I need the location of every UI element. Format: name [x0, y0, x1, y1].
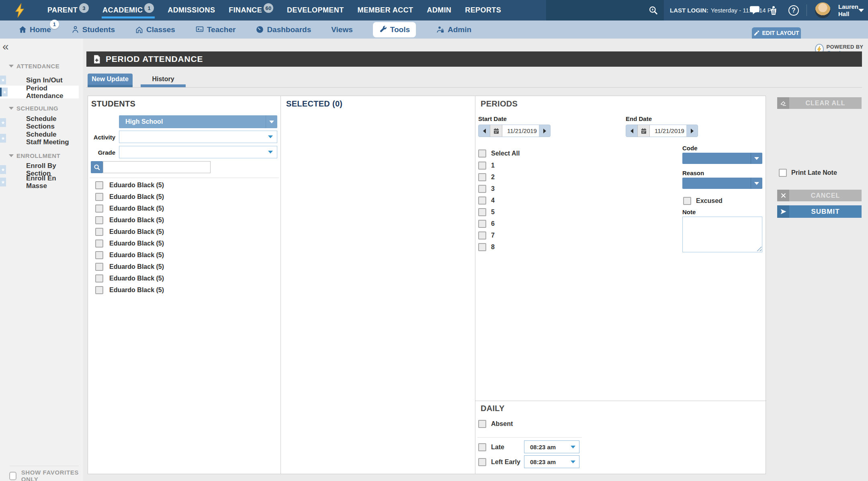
edit-layout-button[interactable]: EDIT LAYOUT	[752, 27, 801, 39]
student-checkbox[interactable]	[95, 228, 103, 236]
period-checkbox[interactable]	[478, 243, 486, 251]
nav-item-reports[interactable]: REPORTS	[465, 0, 501, 20]
left-early-time-select[interactable]: 08:23 am	[524, 455, 579, 468]
next-day-button[interactable]	[539, 125, 550, 137]
user-name[interactable]: Lauren Hall	[838, 3, 858, 18]
code-select[interactable]	[682, 153, 762, 164]
nav-item-admin[interactable]: ADMIN	[427, 0, 451, 20]
sidebar-item-schedule-staff-meeting[interactable]: ★ Schedule Staff Meeting	[0, 129, 79, 147]
subnav-item-tools[interactable]: Tools	[373, 22, 416, 37]
tab-history[interactable]: History	[141, 74, 186, 87]
student-checkbox[interactable]	[95, 274, 103, 282]
period-checkbox[interactable]	[478, 162, 486, 170]
school-select-value: High School	[119, 118, 266, 125]
clear-all-button[interactable]: CLEAR ALL	[777, 97, 862, 109]
sidebar-item-enroll-by-section[interactable]: ★ Enroll By Section	[0, 164, 79, 176]
daily-panel-title: DAILY	[481, 404, 505, 413]
sidebar-section-scheduling[interactable]: SCHEDULING	[9, 105, 58, 112]
show-favorites-checkbox[interactable]	[9, 472, 16, 480]
absent-checkbox[interactable]	[478, 420, 486, 428]
print-late-note-checkbox[interactable]	[779, 169, 787, 177]
user-menu-caret-icon[interactable]	[858, 9, 864, 12]
student-checkbox[interactable]	[95, 181, 103, 189]
reason-select[interactable]	[682, 178, 762, 189]
note-textarea[interactable]	[682, 217, 762, 252]
calendar-button[interactable]	[490, 125, 502, 137]
absent-label: Absent	[491, 420, 513, 428]
late-checkbox[interactable]	[478, 443, 486, 451]
late-row: Late	[478, 443, 504, 451]
start-date-input[interactable]	[502, 125, 539, 137]
search-icon[interactable]	[648, 5, 659, 16]
period-checkbox[interactable]	[478, 208, 486, 216]
periods-panel-title: PERIODS	[481, 99, 518, 108]
period-checkbox[interactable]	[478, 196, 486, 205]
left-early-checkbox[interactable]	[478, 458, 486, 466]
next-day-button[interactable]	[686, 125, 698, 137]
subnav-item-home[interactable]: Home 1	[18, 25, 51, 34]
submit-button[interactable]: SUBMIT	[777, 205, 862, 218]
student-checkbox[interactable]	[95, 251, 103, 259]
chevron-down-icon	[754, 157, 759, 160]
student-search-input[interactable]	[103, 161, 211, 173]
school-select[interactable]: High School	[119, 115, 277, 128]
period-checkbox[interactable]	[478, 173, 486, 181]
tab-new-update[interactable]: New Update	[88, 74, 133, 87]
prev-day-button[interactable]	[626, 125, 637, 137]
favorite-star-icon[interactable]: ★	[0, 88, 8, 96]
student-checkbox[interactable]	[95, 239, 103, 248]
subnav-item-teacher[interactable]: Teacher	[195, 25, 235, 34]
favorite-star-icon[interactable]: ★	[0, 118, 6, 127]
subnav-item-classes[interactable]: Classes	[135, 25, 175, 34]
nav-item-finance[interactable]: FINANCE 60	[229, 0, 273, 20]
student-row: Eduardo Black (5)	[95, 181, 164, 189]
period-checkbox[interactable]	[478, 231, 486, 239]
subnav-item-admin[interactable]: Admin	[436, 25, 471, 34]
period-checkbox[interactable]	[478, 185, 486, 193]
favorite-star-icon[interactable]: ★	[0, 134, 6, 143]
nav-item-development[interactable]: DEVELOPMENT	[287, 0, 344, 20]
home-icon	[18, 25, 27, 34]
subnav-item-views[interactable]: Views	[331, 25, 353, 34]
sidebar-section-enrollment[interactable]: ENROLLMENT	[9, 152, 60, 159]
period-checkbox[interactable]	[478, 220, 486, 228]
user-avatar[interactable]	[815, 2, 831, 18]
nav-item-academic[interactable]: ACADEMIC 1	[102, 0, 154, 20]
sidebar-item-period-attendance[interactable]: ★ Period Attendance	[0, 86, 79, 98]
cancel-button[interactable]: CANCEL	[777, 190, 862, 201]
nav-item-member-acct[interactable]: MEMBER ACCT	[358, 0, 414, 20]
podium-speaker-icon[interactable]	[769, 6, 778, 15]
student-checkbox[interactable]	[95, 205, 103, 213]
app-logo-bolt-icon[interactable]	[14, 3, 26, 18]
subnav-item-students[interactable]: Students	[71, 25, 115, 34]
favorite-star-icon[interactable]: ★	[0, 165, 6, 174]
help-icon[interactable]: ?	[788, 5, 799, 16]
end-date-input[interactable]	[650, 125, 686, 137]
section-caret-icon	[9, 65, 14, 68]
sidebar-section-attendance[interactable]: ATTENDANCE	[9, 63, 59, 70]
global-search-box[interactable]	[546, 0, 664, 20]
chevron-down-icon	[269, 121, 274, 123]
nav-item-admissions[interactable]: ADMISSIONS	[168, 0, 215, 20]
favorite-star-icon[interactable]: ★	[0, 178, 6, 186]
nav-item-parent[interactable]: PARENT 3	[47, 0, 89, 20]
student-checkbox[interactable]	[95, 286, 103, 294]
student-checkbox[interactable]	[95, 216, 103, 224]
late-time-select[interactable]: 08:23 am	[524, 440, 579, 453]
activity-select[interactable]	[119, 131, 277, 143]
select-all-checkbox[interactable]	[478, 149, 486, 158]
sidebar: « ATTENDANCE ★ Sign In/Out ★ Period Atte…	[0, 39, 83, 481]
prev-day-button[interactable]	[479, 125, 490, 137]
collapse-sidebar-icon[interactable]: «	[2, 41, 9, 52]
favorite-star-icon[interactable]: ★	[0, 76, 6, 84]
grade-select[interactable]	[119, 146, 277, 158]
calendar-button[interactable]	[637, 125, 650, 137]
student-checkbox[interactable]	[95, 193, 103, 201]
sidebar-item-enroll-en-masse[interactable]: ★ Enroll En Masse	[0, 176, 79, 188]
messages-icon[interactable]	[750, 6, 760, 15]
student-search-button[interactable]	[91, 161, 103, 173]
excused-checkbox[interactable]	[683, 197, 691, 205]
subnav-item-dashboards[interactable]: Dashboards	[256, 25, 311, 34]
student-checkbox[interactable]	[95, 263, 103, 271]
sidebar-item-schedule-sections[interactable]: ★ Schedule Sections	[0, 117, 79, 129]
